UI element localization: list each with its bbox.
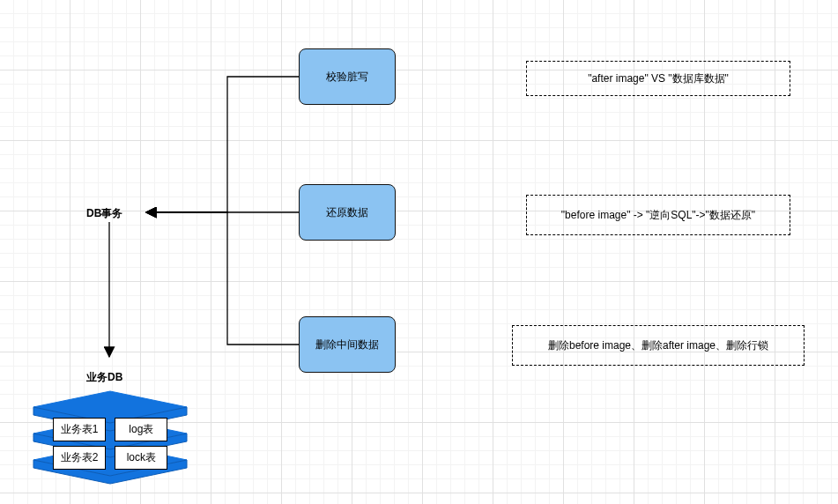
db-cell-biz2: 业务表2: [53, 446, 107, 470]
db-cell-lock: lock表: [115, 446, 167, 470]
db-row-1: 业务表1 log表: [26, 418, 194, 441]
biz-db-label: 业务DB: [86, 370, 122, 385]
note-delete-mid-text: 删除before image、删除after image、删除行锁: [548, 338, 768, 353]
flow-check-dirty: 校验脏写: [299, 48, 396, 105]
db-cell-log: log表: [115, 418, 167, 441]
note-restore-data-text: "before image" -> "逆向SQL"->"数据还原": [561, 208, 755, 223]
note-check-dirty: "after image" VS "数据库数据": [526, 61, 790, 96]
note-restore-data: "before image" -> "逆向SQL"->"数据还原": [526, 195, 790, 235]
biz-db-stack: 业务表1 log表 业务表2 lock表: [26, 389, 194, 500]
note-check-dirty-text: "after image" VS "数据库数据": [588, 71, 729, 86]
flow-restore-data-text: 还原数据: [326, 205, 368, 220]
note-delete-mid: 删除before image、删除after image、删除行锁: [512, 325, 805, 366]
db-row-2: 业务表2 lock表: [26, 446, 194, 470]
db-cell-biz1: 业务表1: [53, 418, 107, 441]
flow-restore-data: 还原数据: [299, 184, 396, 241]
flow-delete-mid: 删除中间数据: [299, 316, 396, 373]
flow-delete-mid-text: 删除中间数据: [315, 337, 379, 352]
flow-check-dirty-text: 校验脏写: [326, 70, 368, 85]
db-tx-label: DB事务: [86, 206, 122, 221]
